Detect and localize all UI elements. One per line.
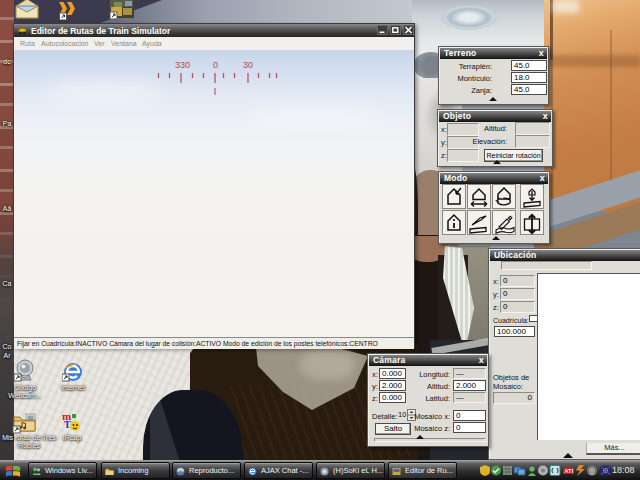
svg-text:T: T — [64, 419, 71, 430]
svg-text:ATI: ATI — [564, 468, 574, 474]
